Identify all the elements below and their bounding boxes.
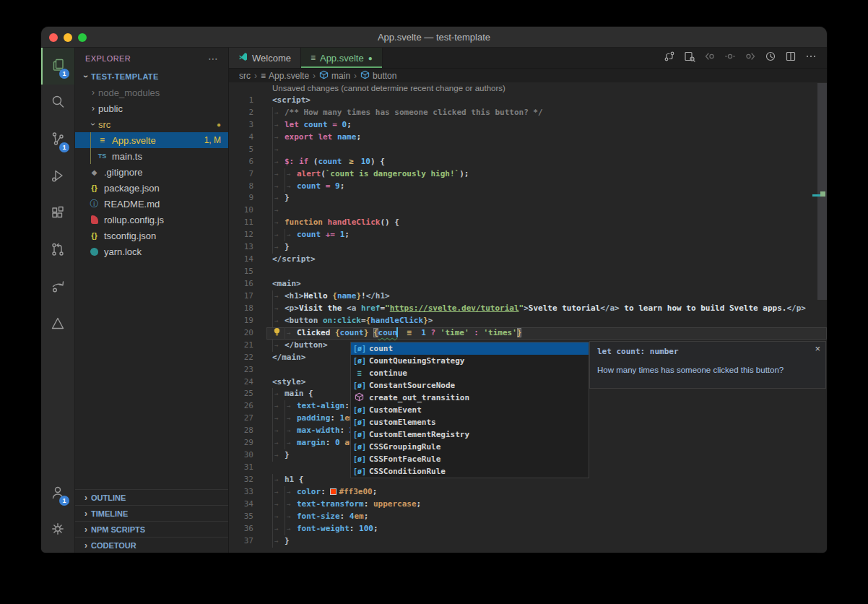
activity-accounts[interactable]: 1 xyxy=(41,475,74,512)
suggestion-CSSFontFaceRule[interactable]: [ø]CSSFontFaceRule xyxy=(351,453,589,465)
next-change-button[interactable] xyxy=(742,49,759,66)
suggestion-CSSGroupingRule[interactable]: [ø]CSSGroupingRule xyxy=(351,441,589,453)
code-token: <h1> xyxy=(285,291,304,301)
sidebar-panel-outline[interactable]: ›OUTLINE xyxy=(75,489,228,505)
code-line-14[interactable]: 14</script> xyxy=(229,254,827,266)
suggestion-CSSConditionRule[interactable]: [ø]CSSConditionRule xyxy=(351,465,589,478)
file-item-public[interactable]: ›public xyxy=(75,100,228,116)
code-line-15[interactable]: 15 xyxy=(229,266,827,278)
previous-change-button[interactable] xyxy=(701,49,719,66)
code-line-2[interactable]: 2→/** How many times has someone clicked… xyxy=(229,107,827,119)
code-token: text-transform xyxy=(297,499,364,509)
minimize-window-button[interactable] xyxy=(64,33,72,42)
sidebar-panel-npm-scripts[interactable]: ›NPM SCRIPTS xyxy=(75,521,228,537)
activity-explorer[interactable]: 1 xyxy=(41,48,74,85)
activity-github-pull-requests[interactable] xyxy=(41,232,74,269)
suggestion-ConstantSourceNode[interactable]: [ø]ConstantSourceNode xyxy=(351,379,589,392)
file-item-App.svelte[interactable]: ≡App.svelte1, M xyxy=(75,132,228,148)
code-line-1[interactable]: 1<script> xyxy=(229,95,827,107)
file-item-yarn.lock[interactable]: yarn.lock xyxy=(75,243,228,259)
code-line-13[interactable]: 13→} xyxy=(229,241,827,254)
code-line-5[interactable]: 5→ xyxy=(229,144,827,156)
code-token xyxy=(330,181,335,191)
sidebar-panel-timeline[interactable]: ›TIMELINE xyxy=(75,505,228,521)
code-line-33[interactable]: 33→→color: #ff3e00; xyxy=(229,486,827,499)
activity-source-control[interactable]: 1 xyxy=(41,121,74,158)
code-line-37[interactable]: 37→} xyxy=(229,535,827,548)
split-editor-button[interactable] xyxy=(782,49,799,66)
current-change-button[interactable] xyxy=(721,49,739,66)
more-actions-button[interactable] xyxy=(802,49,820,66)
sidebar-panel-codetour[interactable]: ›CODETOUR xyxy=(75,537,228,553)
azure-icon xyxy=(50,315,66,334)
code-line-17[interactable]: 17→<h1>Hello {name}!</h1> xyxy=(229,290,827,303)
file-item-.gitignore[interactable]: ◆.gitignore xyxy=(75,164,228,180)
tree-root-test-template[interactable]: › TEST-TEMPLATE xyxy=(75,69,228,85)
code-line-7[interactable]: 7→→alert(`count is dangerously high!`); xyxy=(229,168,827,181)
code-line-6[interactable]: 6→$: if (count ≥ 10) { xyxy=(229,156,827,168)
suggestion-CountQueuingStrategy[interactable]: [ø]CountQueuingStrategy xyxy=(351,355,589,367)
code-line-12[interactable]: 12→→count += 1; xyxy=(229,229,827,241)
file-item-src[interactable]: ›src● xyxy=(75,116,228,132)
file-item-node_modules[interactable]: ›node_modules xyxy=(75,85,228,100)
code-area[interactable]: Unsaved changes (cannot determine recent… xyxy=(229,82,827,553)
code-token: } xyxy=(285,193,290,202)
activity-azure[interactable] xyxy=(41,306,74,342)
readme-info-icon: ⓘ xyxy=(90,198,99,210)
file-item-main.ts[interactable]: TSmain.ts xyxy=(75,148,228,164)
code-line-8[interactable]: 8→→count = 9; xyxy=(229,181,827,193)
code-line-4[interactable]: 4→export let name; xyxy=(229,131,827,144)
code-line-34[interactable]: 34→→text-transform: uppercase; xyxy=(229,499,827,511)
activity-run-and-debug[interactable] xyxy=(41,158,74,195)
code-token: </main> xyxy=(272,353,305,362)
code-line-16[interactable]: 16<main> xyxy=(229,278,827,290)
code-line-11[interactable]: 11→function handleClick() { xyxy=(229,217,827,229)
compare-changes-button[interactable] xyxy=(661,49,678,66)
titlebar[interactable]: App.svelte — test-template xyxy=(41,27,827,48)
code-line-10[interactable]: 10→ xyxy=(229,204,827,217)
suggestion-CustomEvent[interactable]: [ø]CustomEvent xyxy=(351,404,589,416)
file-label: App.svelte xyxy=(112,135,156,146)
activity-search[interactable] xyxy=(41,85,74,121)
open-preview-button[interactable] xyxy=(681,49,698,66)
code-line-20[interactable]: 20→Clicked {count} {coun ≡ 1 ? 'time' : … xyxy=(229,327,827,340)
suggestion-label: CustomEvent xyxy=(369,405,422,415)
line-number: 30 xyxy=(229,449,253,462)
file-item-rollup.config.js[interactable]: rollup.config.js xyxy=(75,212,228,228)
indent-guide: → xyxy=(272,119,285,131)
file-item-package.json[interactable]: {}package.json xyxy=(75,180,228,196)
breadcrumb-item-src[interactable]: src xyxy=(239,71,251,81)
tab-app-svelte[interactable]: ≡App.svelte● xyxy=(301,48,383,68)
code-line-35[interactable]: 35→→font-size: 4em; xyxy=(229,511,827,523)
code-line-9[interactable]: 9→} xyxy=(229,192,827,204)
indent-guide: → xyxy=(272,303,285,315)
file-item-tsconfig.json[interactable]: {}tsconfig.json xyxy=(75,228,228,243)
breadcrumb-item-button[interactable]: button xyxy=(360,70,396,82)
code-token: = xyxy=(361,316,366,325)
maximize-window-button[interactable] xyxy=(78,33,87,42)
code-line-3[interactable]: 3→let count = 0; xyxy=(229,119,827,131)
close-icon[interactable]: × xyxy=(815,343,820,354)
indent-guide: → xyxy=(272,107,285,119)
tab-welcome[interactable]: Welcome xyxy=(229,48,301,68)
file-history-button[interactable] xyxy=(762,49,779,66)
code-line-36[interactable]: 36→→font-weight: 100; xyxy=(229,523,827,535)
indent-guide: → xyxy=(272,474,285,486)
activity-live-share[interactable] xyxy=(41,269,74,306)
code-token: to learn how to build Svelte apps. xyxy=(620,303,787,313)
code-line-19[interactable]: 19→<button on:click={handleClick}> xyxy=(229,315,827,327)
breadcrumb-item-main[interactable]: main xyxy=(319,70,350,82)
breadcrumb-item-App.svelte[interactable]: ≡App.svelte xyxy=(261,71,309,81)
suggestion-continue[interactable]: ≡continue xyxy=(351,367,589,379)
suggestion-count[interactable]: [ø]count xyxy=(351,342,589,355)
activity-extensions[interactable] xyxy=(41,195,74,232)
close-window-button[interactable] xyxy=(49,33,58,42)
more-actions-icon[interactable]: ⋯ xyxy=(208,53,218,64)
code-token: <style> xyxy=(272,377,305,387)
suggestion-CustomElementRegistry[interactable]: [ø]CustomElementRegistry xyxy=(351,428,589,441)
file-item-README.md[interactable]: ⓘREADME.md xyxy=(75,196,228,212)
suggestion-customElements[interactable]: [ø]customElements xyxy=(351,416,589,428)
code-line-18[interactable]: 18→<p>Visit the <a href="https://svelte.… xyxy=(229,303,827,315)
suggestion-create_out_transition[interactable]: create_out_transition xyxy=(351,392,589,404)
activity-settings[interactable] xyxy=(41,512,74,548)
